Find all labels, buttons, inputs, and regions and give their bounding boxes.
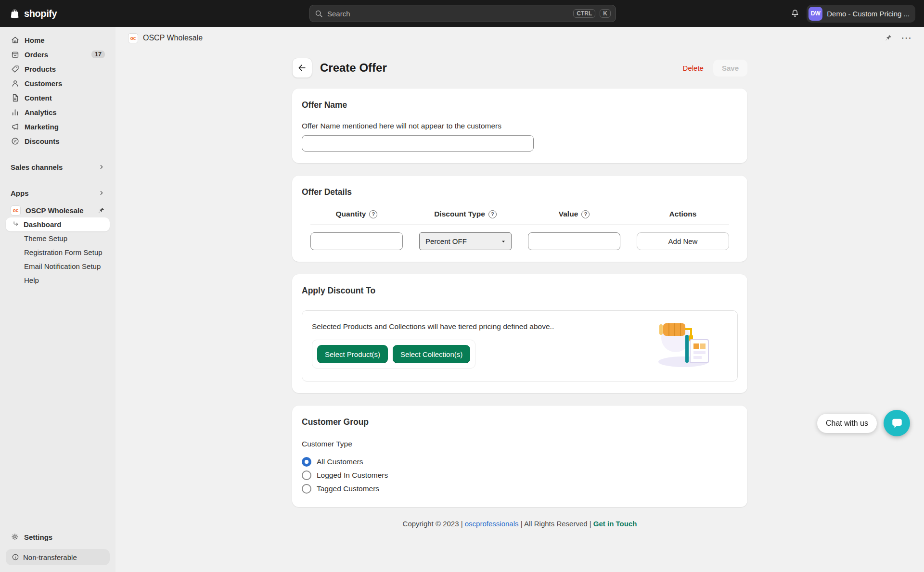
sidebar-section-sales-channels[interactable]: Sales channels <box>6 160 110 174</box>
pin-icon <box>885 34 892 42</box>
radio-row-tagged-customers[interactable]: Tagged Customers <box>302 482 738 496</box>
search-icon <box>315 10 323 18</box>
offer-details-table-header: Quantity ? Discount Type ? Value ? <box>310 210 729 225</box>
selection-buttons: Select Product(s) Select Collection(s) <box>312 340 475 369</box>
content-scroll-area[interactable]: Create Offer Delete Save Offer Name Offe… <box>116 49 924 572</box>
non-transferable-label: Non-transferable <box>23 553 77 561</box>
user-menu[interactable]: DW Demo - Custom Pricing ... <box>807 5 915 23</box>
user-name: Demo - Custom Pricing ... <box>827 10 910 18</box>
oscprofessionals-link[interactable]: oscprofessionals <box>465 520 519 528</box>
avatar-initials: DW <box>811 10 821 17</box>
sidebar-subitem-email-notification-setup[interactable]: Email Notification Setup <box>6 259 110 273</box>
page-footer: Copyright © 2023 | oscprofessionals | Al… <box>292 520 747 528</box>
chat-button[interactable] <box>884 410 910 436</box>
page-header: Create Offer Delete Save <box>292 58 747 78</box>
delete-button[interactable]: Delete <box>683 64 704 72</box>
sidebar-item-analytics[interactable]: Analytics <box>6 105 110 119</box>
shopify-logo[interactable]: shopify <box>9 8 57 20</box>
discount-type-select[interactable]: Percent OFF <box>419 232 512 250</box>
sidebar-item-orders[interactable]: Orders 17 <box>6 47 110 62</box>
subitem-label: Email Notification Setup <box>24 262 101 270</box>
get-in-touch-link[interactable]: Get in Touch <box>593 520 637 528</box>
value-input[interactable] <box>528 232 620 250</box>
column-quantity: Quantity <box>336 210 366 218</box>
oscp-app-icon: oc <box>128 33 138 43</box>
shortcut-ctrl-key: CTRL <box>573 9 595 18</box>
app-header: oc OSCP Wholesale ⋯ <box>116 27 924 49</box>
sidebar-item-products[interactable]: Products <box>6 62 110 76</box>
offer-details-heading: Offer Details <box>302 187 738 197</box>
copyright-text: Copyright © 2023 | <box>403 520 465 528</box>
notifications-button[interactable] <box>790 9 800 18</box>
chat-icon <box>891 417 903 430</box>
non-transferable-badge[interactable]: Non-transferable <box>6 549 110 565</box>
radio-label: All Customers <box>317 458 363 466</box>
sidebar-item-discounts[interactable]: Discounts <box>6 134 110 148</box>
sidebar-item-label: Discounts <box>25 137 105 145</box>
sidebar-item-settings[interactable]: Settings <box>6 530 110 544</box>
sidebar-item-label: OSCP Wholesale <box>26 206 93 215</box>
quantity-input[interactable] <box>310 232 403 250</box>
radio-tagged-customers[interactable] <box>302 484 311 494</box>
orders-count-badge: 17 <box>91 51 105 58</box>
sidebar-item-label: Products <box>25 65 105 73</box>
column-value: Value <box>559 210 578 218</box>
offer-details-table: Quantity ? Discount Type ? Value ? <box>302 210 738 250</box>
back-button[interactable] <box>292 58 312 78</box>
chat-widget: Chat with us <box>817 410 910 436</box>
pin-icon[interactable] <box>98 207 105 214</box>
marketing-icon <box>11 122 20 131</box>
apply-discount-box: Selected Products and Collections will h… <box>302 310 738 381</box>
customers-icon <box>11 79 20 88</box>
radio-row-logged-in-customers[interactable]: Logged In Customers <box>302 469 738 482</box>
sidebar-subitem-theme-setup[interactable]: Theme Setup <box>6 231 110 245</box>
radio-row-all-customers[interactable]: All Customers <box>302 455 738 469</box>
sidebar-item-customers[interactable]: Customers <box>6 76 110 90</box>
caret-down-icon <box>500 239 506 244</box>
help-icon[interactable]: ? <box>488 210 497 218</box>
radio-logged-in-customers[interactable] <box>302 470 311 480</box>
sidebar-subitem-dashboard[interactable]: Dashboard <box>6 217 110 231</box>
sidebar: Home Orders 17 Products <box>0 27 116 572</box>
help-icon[interactable]: ? <box>369 210 377 218</box>
sidebar-item-label: Analytics <box>25 108 105 116</box>
bell-icon <box>790 9 800 18</box>
select-collections-button[interactable]: Select Collection(s) <box>393 345 470 363</box>
offer-details-card: Offer Details Quantity ? Discount Type ? <box>292 176 747 262</box>
sidebar-item-content[interactable]: Content <box>6 90 110 105</box>
topbar: shopify Search CTRL K DW Demo - Cus <box>0 0 924 27</box>
offer-name-heading: Offer Name <box>302 100 738 110</box>
sidebar-subitem-help[interactable]: Help <box>6 273 110 287</box>
shortcut-k-key: K <box>600 9 611 18</box>
chat-label[interactable]: Chat with us <box>817 414 877 433</box>
content-icon <box>11 93 20 102</box>
select-products-button[interactable]: Select Product(s) <box>317 345 388 363</box>
sidebar-subitem-registration-form-setup[interactable]: Registration Form Setup <box>6 245 110 259</box>
discount-type-value: Percent OFF <box>425 237 467 245</box>
info-icon <box>12 553 19 561</box>
sidebar-section-apps[interactable]: Apps <box>6 186 110 200</box>
analytics-icon <box>11 108 20 117</box>
main-area: oc OSCP Wholesale ⋯ <box>116 27 924 572</box>
sidebar-nav: Home Orders 17 Products <box>6 33 110 287</box>
offer-name-input[interactable] <box>302 135 534 152</box>
discounts-icon <box>11 137 20 146</box>
sidebar-item-label: Settings <box>24 533 105 541</box>
customer-type-label: Customer Type <box>302 440 738 448</box>
customer-group-card: Customer Group Customer Type All Custome… <box>292 406 747 507</box>
sidebar-item-home[interactable]: Home <box>6 33 110 47</box>
radio-all-customers[interactable] <box>302 457 311 467</box>
search-bar[interactable]: Search CTRL K <box>309 5 616 22</box>
sidebar-item-oscp-wholesale[interactable]: oc OSCP Wholesale <box>6 203 110 217</box>
oscp-app-icon: oc <box>11 205 21 216</box>
save-button[interactable]: Save <box>713 60 747 76</box>
sidebar-item-marketing[interactable]: Marketing <box>6 119 110 134</box>
customer-group-heading: Customer Group <box>302 417 738 427</box>
help-icon[interactable]: ? <box>581 210 590 218</box>
arrow-left-icon <box>297 63 307 73</box>
add-new-button[interactable]: Add New <box>637 232 729 250</box>
corner-down-right-icon <box>13 221 20 228</box>
pin-app-button[interactable] <box>885 34 892 42</box>
section-label: Apps <box>11 189 98 197</box>
avatar: DW <box>808 7 822 21</box>
